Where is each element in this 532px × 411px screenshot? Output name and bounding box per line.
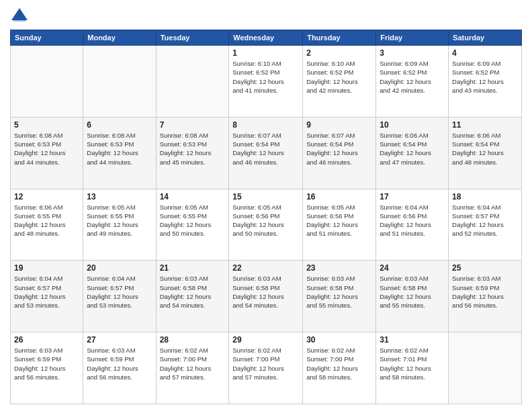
- day-info: Sunrise: 6:09 AM Sunset: 6:52 PM Dayligh…: [380, 59, 445, 95]
- calendar-cell: 7Sunrise: 6:08 AM Sunset: 6:53 PM Daylig…: [156, 117, 229, 189]
- day-number: 24: [380, 263, 445, 273]
- day-number: 9: [306, 120, 372, 130]
- day-info: Sunrise: 6:06 AM Sunset: 6:55 PM Dayligh…: [14, 203, 79, 238]
- day-info: Sunrise: 6:04 AM Sunset: 6:57 PM Dayligh…: [452, 203, 518, 238]
- day-info: Sunrise: 6:04 AM Sunset: 6:57 PM Dayligh…: [87, 274, 152, 310]
- day-info: Sunrise: 6:05 AM Sunset: 6:55 PM Dayligh…: [87, 203, 152, 238]
- day-number: 3: [380, 48, 445, 58]
- day-number: 17: [380, 192, 445, 201]
- day-number: 8: [232, 120, 299, 130]
- calendar-cell: 9Sunrise: 6:07 AM Sunset: 6:54 PM Daylig…: [303, 117, 376, 189]
- calendar-week-row: 12Sunrise: 6:06 AM Sunset: 6:55 PM Dayli…: [11, 189, 522, 261]
- calendar-cell: 17Sunrise: 6:04 AM Sunset: 6:56 PM Dayli…: [376, 189, 449, 261]
- day-number: 21: [160, 263, 226, 273]
- day-number: 16: [306, 192, 372, 201]
- day-info: Sunrise: 6:03 AM Sunset: 6:58 PM Dayligh…: [160, 274, 226, 310]
- day-info: Sunrise: 6:05 AM Sunset: 6:55 PM Dayligh…: [160, 203, 226, 238]
- day-number: 14: [160, 192, 226, 201]
- calendar-day-header: Saturday: [449, 30, 522, 46]
- day-number: 19: [14, 263, 79, 273]
- calendar-cell: 18Sunrise: 6:04 AM Sunset: 6:57 PM Dayli…: [449, 189, 522, 261]
- calendar-cell: 26Sunrise: 6:03 AM Sunset: 6:59 PM Dayli…: [11, 332, 83, 404]
- day-info: Sunrise: 6:04 AM Sunset: 6:56 PM Dayligh…: [380, 203, 445, 238]
- day-info: Sunrise: 6:10 AM Sunset: 6:52 PM Dayligh…: [306, 59, 372, 95]
- day-number: 10: [380, 120, 445, 130]
- calendar-cell: 21Sunrise: 6:03 AM Sunset: 6:58 PM Dayli…: [156, 261, 229, 332]
- calendar-week-row: 19Sunrise: 6:04 AM Sunset: 6:57 PM Dayli…: [11, 261, 522, 332]
- day-info: Sunrise: 6:04 AM Sunset: 6:57 PM Dayligh…: [14, 274, 79, 310]
- day-number: 4: [452, 48, 518, 58]
- day-info: Sunrise: 6:06 AM Sunset: 6:54 PM Dayligh…: [452, 131, 518, 167]
- day-number: 12: [14, 192, 79, 201]
- page: SundayMondayTuesdayWednesdayThursdayFrid…: [0, 0, 532, 411]
- day-number: 2: [306, 48, 372, 58]
- day-info: Sunrise: 6:05 AM Sunset: 6:56 PM Dayligh…: [232, 203, 299, 238]
- calendar-cell: 2Sunrise: 6:10 AM Sunset: 6:52 PM Daylig…: [303, 46, 376, 118]
- calendar-week-row: 5Sunrise: 6:08 AM Sunset: 6:53 PM Daylig…: [11, 117, 522, 189]
- calendar-cell: 27Sunrise: 6:03 AM Sunset: 6:59 PM Dayli…: [83, 332, 156, 404]
- day-info: Sunrise: 6:08 AM Sunset: 6:53 PM Dayligh…: [160, 131, 226, 167]
- calendar-cell: [83, 46, 156, 118]
- day-info: Sunrise: 6:09 AM Sunset: 6:52 PM Dayligh…: [452, 59, 518, 95]
- calendar-cell: 23Sunrise: 6:03 AM Sunset: 6:58 PM Dayli…: [303, 261, 376, 332]
- calendar-day-header: Monday: [83, 30, 156, 46]
- day-info: Sunrise: 6:03 AM Sunset: 6:59 PM Dayligh…: [452, 274, 518, 310]
- day-number: 28: [160, 335, 226, 345]
- calendar-cell: 20Sunrise: 6:04 AM Sunset: 6:57 PM Dayli…: [83, 261, 156, 332]
- day-number: 18: [452, 192, 518, 201]
- day-number: 25: [452, 263, 518, 273]
- calendar-cell: 28Sunrise: 6:02 AM Sunset: 7:00 PM Dayli…: [156, 332, 229, 404]
- calendar-cell: 25Sunrise: 6:03 AM Sunset: 6:59 PM Dayli…: [449, 261, 522, 332]
- calendar-day-header: Thursday: [303, 30, 376, 46]
- calendar-cell: 13Sunrise: 6:05 AM Sunset: 6:55 PM Dayli…: [83, 189, 156, 261]
- day-number: 26: [14, 335, 79, 345]
- calendar-cell: 31Sunrise: 6:02 AM Sunset: 7:01 PM Dayli…: [376, 332, 449, 404]
- calendar-cell: 11Sunrise: 6:06 AM Sunset: 6:54 PM Dayli…: [449, 117, 522, 189]
- calendar-cell: 19Sunrise: 6:04 AM Sunset: 6:57 PM Dayli…: [11, 261, 83, 332]
- day-number: 6: [87, 120, 152, 130]
- logo-icon: [10, 7, 29, 26]
- calendar-cell: 29Sunrise: 6:02 AM Sunset: 7:00 PM Dayli…: [229, 332, 303, 404]
- day-info: Sunrise: 6:07 AM Sunset: 6:54 PM Dayligh…: [306, 131, 372, 167]
- calendar-week-row: 1Sunrise: 6:10 AM Sunset: 6:52 PM Daylig…: [11, 46, 522, 118]
- day-number: 30: [306, 335, 372, 345]
- calendar-cell: 30Sunrise: 6:02 AM Sunset: 7:00 PM Dayli…: [303, 332, 376, 404]
- day-info: Sunrise: 6:03 AM Sunset: 6:58 PM Dayligh…: [306, 274, 372, 310]
- day-number: 20: [87, 263, 152, 273]
- day-info: Sunrise: 6:10 AM Sunset: 6:52 PM Dayligh…: [232, 59, 299, 95]
- calendar-week-row: 26Sunrise: 6:03 AM Sunset: 6:59 PM Dayli…: [11, 332, 522, 404]
- calendar-day-header: Wednesday: [229, 30, 303, 46]
- day-info: Sunrise: 6:08 AM Sunset: 6:53 PM Dayligh…: [14, 131, 79, 167]
- day-info: Sunrise: 6:02 AM Sunset: 7:00 PM Dayligh…: [232, 346, 299, 381]
- day-info: Sunrise: 6:07 AM Sunset: 6:54 PM Dayligh…: [232, 131, 299, 167]
- calendar-cell: 14Sunrise: 6:05 AM Sunset: 6:55 PM Dayli…: [156, 189, 229, 261]
- calendar-cell: [11, 46, 83, 118]
- calendar-table: SundayMondayTuesdayWednesdayThursdayFrid…: [10, 30, 522, 404]
- calendar-cell: 1Sunrise: 6:10 AM Sunset: 6:52 PM Daylig…: [229, 46, 303, 118]
- calendar-cell: 15Sunrise: 6:05 AM Sunset: 6:56 PM Dayli…: [229, 189, 303, 261]
- calendar-cell: 3Sunrise: 6:09 AM Sunset: 6:52 PM Daylig…: [376, 46, 449, 118]
- day-info: Sunrise: 6:03 AM Sunset: 6:59 PM Dayligh…: [87, 346, 152, 381]
- day-number: 11: [452, 120, 518, 130]
- day-number: 31: [380, 335, 445, 345]
- day-info: Sunrise: 6:05 AM Sunset: 6:56 PM Dayligh…: [306, 203, 372, 238]
- calendar-cell: 6Sunrise: 6:08 AM Sunset: 6:53 PM Daylig…: [83, 117, 156, 189]
- day-info: Sunrise: 6:06 AM Sunset: 6:54 PM Dayligh…: [380, 131, 445, 167]
- day-number: 23: [306, 263, 372, 273]
- day-number: 15: [232, 192, 299, 201]
- calendar-cell: 24Sunrise: 6:03 AM Sunset: 6:58 PM Dayli…: [376, 261, 449, 332]
- calendar-cell: [449, 332, 522, 404]
- calendar-header-row: SundayMondayTuesdayWednesdayThursdayFrid…: [11, 30, 522, 46]
- day-number: 5: [14, 120, 79, 130]
- day-number: 22: [232, 263, 299, 273]
- header: [10, 7, 522, 26]
- day-info: Sunrise: 6:02 AM Sunset: 7:00 PM Dayligh…: [306, 346, 372, 381]
- calendar-cell: 5Sunrise: 6:08 AM Sunset: 6:53 PM Daylig…: [11, 117, 83, 189]
- day-number: 7: [160, 120, 226, 130]
- calendar-cell: 8Sunrise: 6:07 AM Sunset: 6:54 PM Daylig…: [229, 117, 303, 189]
- day-info: Sunrise: 6:03 AM Sunset: 6:58 PM Dayligh…: [232, 274, 299, 310]
- day-number: 13: [87, 192, 152, 201]
- calendar-cell: 10Sunrise: 6:06 AM Sunset: 6:54 PM Dayli…: [376, 117, 449, 189]
- day-info: Sunrise: 6:03 AM Sunset: 6:59 PM Dayligh…: [14, 346, 79, 381]
- calendar-cell: 16Sunrise: 6:05 AM Sunset: 6:56 PM Dayli…: [303, 189, 376, 261]
